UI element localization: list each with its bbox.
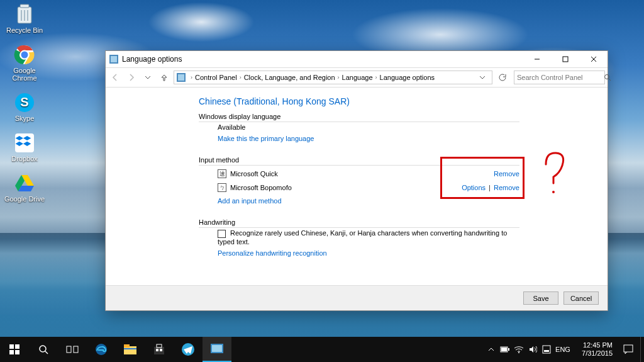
show-desktop-button[interactable] <box>640 337 644 362</box>
save-button[interactable]: Save <box>523 291 558 305</box>
taskbar-time: 12:45 PM <box>572 341 613 349</box>
remove-input-method-link[interactable]: Remove <box>494 170 519 178</box>
svg-rect-43 <box>501 348 507 351</box>
link-divider: | <box>489 184 491 191</box>
taskbar[interactable]: ENG 12:45 PM 7/31/2015 <box>0 337 644 362</box>
input-method-name: Microsoft Bopomofo <box>230 184 292 191</box>
page-heading: Chinese (Traditional, Hong Kong SAR) <box>199 96 519 106</box>
svg-rect-36 <box>156 349 158 351</box>
dropbox-icon <box>12 131 37 155</box>
recycle-bin-desktop-icon[interactable]: Recycle Bin <box>3 3 47 34</box>
search-box[interactable] <box>514 71 605 84</box>
svg-rect-1 <box>20 4 29 8</box>
breadcrumb-item[interactable]: Clock, Language, and Region <box>244 74 335 81</box>
minimize-button[interactable] <box>523 51 551 67</box>
svg-rect-37 <box>160 349 162 351</box>
desktop[interactable]: Recycle Bin Google Chrome S Skype Dropbo… <box>0 0 644 362</box>
address-bar[interactable]: › Control Panel› Clock, Language, and Re… <box>174 71 492 84</box>
handwriting-rarely-used-checkbox[interactable] <box>218 230 226 238</box>
file-explorer-taskbar-icon[interactable] <box>116 337 145 362</box>
svg-rect-12 <box>111 56 117 62</box>
dropbox-desktop-icon[interactable]: Dropbox <box>3 131 47 162</box>
breadcrumb-item[interactable]: Control Panel <box>195 74 237 81</box>
dialog-footer: Save Cancel <box>106 285 608 310</box>
breadcrumb-item[interactable]: Language options <box>380 74 435 81</box>
personalize-handwriting-link[interactable]: Personalize handwriting recognition <box>218 249 327 257</box>
svg-rect-25 <box>15 350 19 354</box>
input-method-row[interactable]: 速 Microsoft Quick Remove <box>218 167 519 181</box>
input-method-section-label: Input method <box>199 156 519 164</box>
refresh-button[interactable] <box>495 71 509 84</box>
titlebar[interactable]: Language options <box>106 51 608 67</box>
svg-rect-22 <box>9 344 14 349</box>
svg-rect-18 <box>178 74 184 81</box>
svg-rect-14 <box>563 57 568 62</box>
edge-taskbar-icon[interactable] <box>87 337 116 362</box>
battery-tray-icon[interactable] <box>498 337 512 362</box>
tray-overflow-button[interactable] <box>484 337 498 362</box>
address-history-button[interactable] <box>475 71 489 84</box>
display-language-status: Available <box>218 123 519 131</box>
action-center-button[interactable] <box>616 337 640 362</box>
volume-tray-icon[interactable] <box>526 337 540 362</box>
search-icon[interactable] <box>604 74 611 81</box>
svg-point-26 <box>40 346 46 352</box>
input-method-row[interactable]: ㄅ Microsoft Bopomofo Options | Remove <box>218 181 519 195</box>
svg-rect-42 <box>508 348 509 351</box>
control-panel-taskbar-icon[interactable] <box>203 337 231 362</box>
svg-rect-23 <box>15 344 19 349</box>
window-title: Language options <box>122 55 182 64</box>
svg-line-20 <box>609 79 611 81</box>
svg-rect-40 <box>212 345 222 352</box>
ime-icon: ㄅ <box>218 183 226 192</box>
ime-icon: 速 <box>218 169 226 178</box>
task-view-button[interactable] <box>58 337 87 362</box>
add-input-method-link[interactable]: Add an input method <box>218 197 282 205</box>
google-chrome-desktop-icon[interactable]: Google Chrome <box>3 43 47 82</box>
remove-input-method-link[interactable]: Remove <box>494 184 519 191</box>
forward-button[interactable] <box>125 71 138 84</box>
start-button[interactable] <box>0 337 29 362</box>
maximize-button[interactable] <box>551 51 579 67</box>
ime-tray-icon[interactable] <box>540 337 553 362</box>
taskbar-clock[interactable]: 12:45 PM 7/31/2015 <box>572 337 616 362</box>
store-taskbar-icon[interactable] <box>145 337 174 362</box>
options-input-method-link[interactable]: Options <box>462 184 486 191</box>
telegram-taskbar-icon[interactable] <box>174 337 203 362</box>
language-indicator[interactable]: ENG <box>553 346 572 353</box>
make-primary-language-link[interactable]: Make this the primary language <box>218 135 314 142</box>
display-language-section-label: Windows display language <box>199 113 519 120</box>
handwriting-section-label: Handwriting <box>199 218 519 226</box>
close-button[interactable] <box>579 51 608 67</box>
input-method-name: Microsoft Quick <box>230 170 278 178</box>
up-button[interactable] <box>157 71 171 84</box>
google-drive-icon <box>12 171 37 195</box>
navigation-bar: › Control Panel› Clock, Language, and Re… <box>106 67 608 88</box>
handwriting-checkbox-row[interactable]: Recognize rarely used Chinese, Kanji, or… <box>218 229 507 246</box>
language-options-window: Language options › Control Panel› Clock,… <box>105 50 608 311</box>
svg-rect-33 <box>124 348 136 349</box>
svg-rect-45 <box>543 346 550 353</box>
svg-text:S: S <box>20 95 28 109</box>
control-panel-small-icon <box>177 73 186 82</box>
skype-desktop-icon[interactable]: S Skype <box>3 91 47 122</box>
wifi-tray-icon[interactable] <box>512 337 526 362</box>
svg-rect-28 <box>67 346 71 353</box>
breadcrumb-item[interactable]: Language <box>342 74 373 81</box>
system-tray: ENG 12:45 PM 7/31/2015 <box>484 337 644 362</box>
search-taskbar-button[interactable] <box>29 337 58 362</box>
handwriting-checkbox-label: Recognize rarely used Chinese, Kanji, or… <box>218 229 507 246</box>
cancel-button[interactable]: Cancel <box>564 291 599 305</box>
desktop-icon-label: Recycle Bin <box>6 26 43 34</box>
recent-locations-button[interactable] <box>141 71 155 84</box>
svg-rect-24 <box>9 350 14 354</box>
back-button[interactable] <box>108 71 122 84</box>
search-input[interactable] <box>517 74 604 81</box>
google-drive-desktop-icon[interactable]: Google Drive <box>3 171 47 203</box>
divider <box>199 122 519 122</box>
svg-rect-46 <box>544 350 549 352</box>
desktop-icon-label: Google Chrome <box>3 67 47 82</box>
svg-rect-47 <box>624 345 633 352</box>
desktop-icon-label: Dropbox <box>11 155 38 162</box>
control-panel-icon <box>109 55 118 64</box>
